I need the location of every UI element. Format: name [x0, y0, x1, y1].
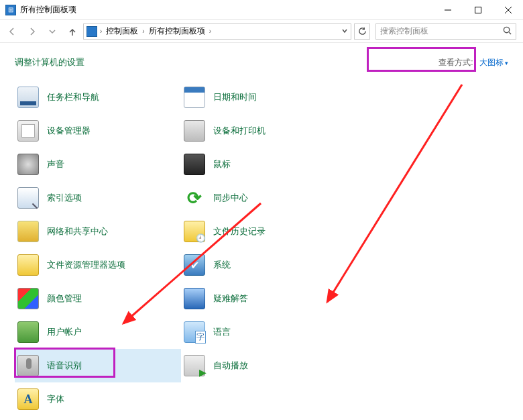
cp-item-label: 系统 — [213, 259, 231, 271]
search-input[interactable]: 搜索控制面板 — [375, 23, 516, 40]
cp-item-date[interactable]: 日期和时间 — [181, 81, 347, 114]
search-placeholder: 搜索控制面板 — [380, 25, 428, 37]
cp-item-user[interactable]: 用户帐户 — [15, 315, 181, 349]
title-bar: ⊞ 所有控制面板项 — [0, 0, 523, 20]
control-panel-small-icon — [86, 26, 97, 37]
cp-item-label: 字体 — [47, 393, 64, 405]
cp-item-label: 文件资源管理器选项 — [47, 259, 125, 271]
cp-item-label: 任务栏和导航 — [47, 91, 99, 103]
cp-item-label: 文件历史记录 — [213, 225, 266, 238]
breadcrumb-1[interactable]: 控制面板 — [105, 25, 139, 37]
explorer-icon — [17, 254, 39, 276]
cp-item-label: 颜色管理 — [47, 293, 82, 305]
cp-item-label: 声音 — [47, 158, 64, 170]
cp-item-font[interactable]: 字体 — [15, 382, 181, 416]
cp-item-color[interactable]: 颜色管理 — [15, 282, 181, 315]
taskbar-icon — [17, 87, 39, 108]
cp-item-label: 语言 — [213, 326, 231, 338]
sync-icon — [184, 187, 205, 209]
svg-line-6 — [509, 32, 511, 34]
index-icon — [17, 187, 39, 209]
cp-item-autoplay[interactable]: 自动播放 — [181, 349, 347, 382]
chevron-right-icon: › — [142, 28, 144, 35]
system-icon — [184, 254, 205, 276]
autoplay-icon — [184, 355, 205, 376]
color-icon — [17, 288, 39, 309]
page-heading: 调整计算机的设置 — [15, 56, 84, 68]
cp-item-system[interactable]: 系统 — [181, 248, 347, 282]
window-controls — [432, 0, 523, 20]
cp-item-printer[interactable]: 设备和打印机 — [181, 114, 347, 148]
svg-point-5 — [504, 27, 509, 32]
user-icon — [17, 321, 39, 343]
cp-item-device[interactable]: 设备管理器 — [15, 114, 181, 148]
lang-icon — [184, 321, 205, 343]
cp-item-label: 日期和时间 — [213, 91, 257, 103]
printer-icon — [184, 120, 205, 142]
search-icon — [503, 26, 512, 37]
view-selector[interactable]: 查看方式: 大图标▾ — [439, 57, 508, 68]
cp-item-sound[interactable]: 声音 — [15, 148, 181, 181]
items-grid: 任务栏和导航设备管理器声音索引选项网络和共享中心文件资源管理器选项颜色管理用户帐… — [0, 75, 523, 416]
speech-icon — [17, 355, 39, 376]
cp-item-label: 索引选项 — [47, 192, 82, 204]
cp-item-label: 同步中心 — [213, 192, 248, 204]
cp-item-label: 疑难解答 — [213, 293, 248, 305]
items-column-right: 日期和时间设备和打印机鼠标同步中心文件历史记录系统疑难解答语言自动播放 — [181, 81, 347, 416]
cp-item-history[interactable]: 文件历史记录 — [181, 215, 347, 248]
svg-rect-1 — [475, 7, 481, 13]
chevron-right-icon: › — [100, 28, 102, 35]
cp-item-explorer[interactable]: 文件资源管理器选项 — [15, 248, 181, 282]
address-bar[interactable]: › 控制面板 › 所有控制面板项 › — [83, 23, 351, 40]
cp-item-taskbar[interactable]: 任务栏和导航 — [15, 81, 181, 114]
up-button[interactable] — [63, 22, 82, 41]
control-panel-icon: ⊞ — [5, 5, 16, 15]
view-link[interactable]: 大图标▾ — [479, 58, 508, 67]
window-title: 所有控制面板项 — [20, 4, 432, 15]
cp-item-label: 自动播放 — [213, 360, 248, 372]
cp-item-lang[interactable]: 语言 — [181, 315, 347, 349]
trouble-icon — [184, 288, 205, 309]
content-header: 调整计算机的设置 查看方式: 大图标▾ — [0, 43, 523, 75]
chevron-right-icon: › — [209, 28, 211, 35]
view-label: 查看方式: — [439, 58, 473, 67]
cp-item-trouble[interactable]: 疑难解答 — [181, 282, 347, 315]
date-icon — [184, 87, 205, 108]
cp-item-sync[interactable]: 同步中心 — [181, 181, 347, 215]
cp-item-network[interactable]: 网络和共享中心 — [15, 215, 181, 248]
breadcrumb-2[interactable]: 所有控制面板项 — [148, 25, 207, 37]
address-history-dropdown[interactable] — [341, 27, 348, 36]
mouse-icon — [184, 154, 205, 175]
close-button[interactable] — [493, 0, 523, 20]
cp-item-label: 语音识别 — [47, 360, 82, 372]
font-icon — [17, 388, 39, 410]
network-icon — [17, 221, 39, 242]
history-icon — [184, 221, 205, 242]
cp-item-label: 鼠标 — [213, 158, 231, 170]
back-button[interactable] — [3, 22, 21, 41]
device-icon — [17, 120, 39, 142]
maximize-button[interactable] — [463, 0, 493, 20]
items-column-left: 任务栏和导航设备管理器声音索引选项网络和共享中心文件资源管理器选项颜色管理用户帐… — [15, 81, 181, 416]
cp-item-label: 网络和共享中心 — [47, 225, 108, 238]
history-dropdown[interactable] — [43, 22, 62, 41]
refresh-button[interactable] — [354, 23, 370, 40]
cp-item-index[interactable]: 索引选项 — [15, 181, 181, 215]
forward-button[interactable] — [23, 22, 42, 41]
cp-item-mouse[interactable]: 鼠标 — [181, 148, 347, 181]
cp-item-label: 设备管理器 — [47, 125, 91, 137]
cp-item-label: 用户帐户 — [47, 326, 82, 338]
minimize-button[interactable] — [432, 0, 463, 20]
chevron-down-icon: ▾ — [505, 60, 508, 66]
cp-item-speech[interactable]: 语音识别 — [15, 349, 181, 382]
nav-bar: › 控制面板 › 所有控制面板项 › 搜索控制面板 — [0, 20, 523, 43]
sound-icon — [17, 154, 39, 175]
cp-item-label: 设备和打印机 — [213, 125, 266, 137]
